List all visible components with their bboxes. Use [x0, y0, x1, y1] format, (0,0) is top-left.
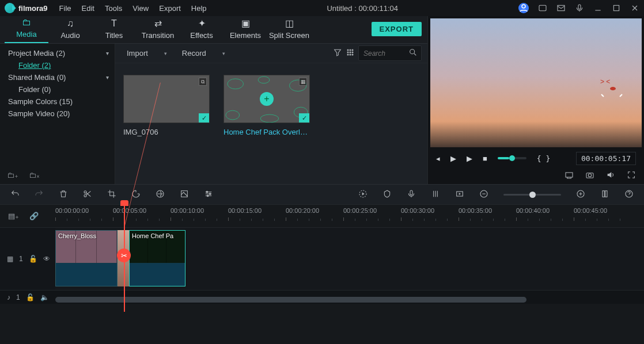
- timeline-clip[interactable]: Cherry_Bloss: [55, 230, 118, 286]
- tab-media[interactable]: 🗀Media: [5, 15, 48, 43]
- timeline-clip[interactable]: Home Chef Pa: [129, 230, 185, 286]
- timeline-ruler[interactable]: 00:00:00:0000:00:05:0000:00:10:0000:00:1…: [55, 205, 644, 227]
- ruler-tick: 00:00:20:00: [286, 207, 319, 214]
- media-item[interactable]: ⧉ ✓ IMG_0706: [123, 75, 210, 136]
- menu-file[interactable]: File: [59, 4, 71, 13]
- menu-help[interactable]: Help: [191, 4, 207, 13]
- lock-icon[interactable]: 🔓: [26, 293, 35, 301]
- video-track: ▦ 1 🔓 👁 ✂ Cherry_BlossHome Chef Pa: [0, 228, 644, 290]
- library-panel: 🗀Media ♫Audio TTitles ⇄Transition ✦Effec…: [0, 16, 427, 184]
- tree-sample-video[interactable]: Sample Video (20): [0, 108, 115, 120]
- svg-rect-3: [578, 5, 581, 9]
- volume-icon[interactable]: [606, 170, 615, 181]
- zoom-fit-icon[interactable]: [600, 189, 609, 200]
- filter-icon[interactable]: [333, 48, 342, 59]
- quality-icon[interactable]: [565, 170, 574, 181]
- tree-folder-selected[interactable]: Folder (2): [0, 59, 115, 71]
- tab-split-screen[interactable]: ◫Split Screen: [267, 16, 311, 43]
- zoom-in-icon[interactable]: [576, 189, 585, 200]
- tree-sample-colors[interactable]: Sample Colors (15): [0, 95, 115, 108]
- volume-slider[interactable]: [498, 157, 526, 159]
- document-title: Untitled : 00:00:11:04: [207, 4, 518, 13]
- music-note-icon: ♫: [67, 18, 74, 29]
- marker-icon[interactable]: [382, 189, 392, 200]
- zoom-out-icon[interactable]: [479, 189, 488, 200]
- window-close-icon[interactable]: [630, 3, 639, 13]
- used-check-icon: ✓: [199, 113, 209, 123]
- media-item[interactable]: ▦ + ✓ Home Chef Pack Overl…: [223, 75, 310, 136]
- timeline-scrollbar[interactable]: [55, 297, 644, 303]
- tab-audio[interactable]: ♫Audio: [48, 16, 92, 43]
- svg-point-6: [350, 49, 351, 51]
- track-header[interactable]: ▦ 1 🔓 👁: [0, 228, 55, 290]
- snapshot-icon[interactable]: [585, 170, 594, 181]
- tab-effects[interactable]: ✦Effects: [180, 16, 223, 43]
- add-overlay-icon[interactable]: +: [260, 92, 274, 106]
- tree-shared-media[interactable]: Shared Media (0)▾: [0, 71, 115, 83]
- ruler-tick: 00:00:15:00: [228, 207, 262, 214]
- tab-transition[interactable]: ⇄Transition: [136, 16, 180, 43]
- tab-elements[interactable]: ▣Elements: [223, 16, 267, 43]
- split-clip-icon[interactable]: [83, 189, 92, 200]
- prev-frame-icon[interactable]: ◂: [436, 154, 440, 163]
- undo-icon[interactable]: [10, 189, 20, 200]
- eye-icon[interactable]: 👁: [43, 255, 50, 263]
- delete-icon[interactable]: [59, 189, 68, 200]
- search-icon[interactable]: [408, 48, 418, 59]
- markers-label[interactable]: { }: [537, 154, 550, 163]
- menu-view[interactable]: View: [132, 4, 149, 13]
- render-icon[interactable]: [358, 189, 368, 200]
- mic-icon[interactable]: [575, 3, 584, 13]
- lock-icon[interactable]: 🔓: [29, 255, 37, 263]
- window-maximize-icon[interactable]: [612, 3, 621, 13]
- menu-tools[interactable]: Tools: [105, 4, 122, 13]
- tree-project-media[interactable]: Project Media (2)▾: [0, 47, 115, 59]
- stop-icon[interactable]: ■: [483, 154, 487, 163]
- audio-lane[interactable]: [55, 291, 644, 304]
- export-button[interactable]: EXPORT: [372, 22, 422, 36]
- play-icon[interactable]: ▶: [450, 154, 456, 163]
- audio-mixer-icon[interactable]: [431, 189, 440, 200]
- video-lane[interactable]: ✂ Cherry_BlossHome Chef Pa: [55, 228, 644, 290]
- tab-titles[interactable]: TTitles: [92, 16, 136, 43]
- mute-icon[interactable]: 🔈: [40, 293, 49, 301]
- crop-icon[interactable]: [107, 189, 116, 200]
- help-icon[interactable]: [624, 189, 634, 200]
- export-frame-icon[interactable]: [455, 189, 464, 200]
- preview-viewport[interactable]: > <: [430, 18, 642, 147]
- delete-folder-icon[interactable]: 🗀ₓ: [29, 171, 40, 179]
- track-header[interactable]: ♪ 1 🔓 🔈: [0, 291, 55, 304]
- adjust-icon[interactable]: [204, 189, 213, 200]
- zoom-slider[interactable]: [503, 194, 561, 196]
- svg-point-22: [610, 87, 616, 90]
- redo-icon[interactable]: [35, 189, 44, 200]
- ruler-tick: 00:00:30:00: [401, 207, 434, 214]
- play-forward-icon[interactable]: ▶: [467, 154, 472, 163]
- user-avatar-icon[interactable]: [518, 3, 529, 13]
- svg-point-9: [350, 52, 351, 53]
- voiceover-icon[interactable]: [407, 189, 416, 200]
- record-dropdown[interactable]: Record▾: [176, 47, 231, 60]
- fullscreen-icon[interactable]: [627, 170, 636, 181]
- manage-tracks-icon[interactable]: ▤₊: [8, 212, 19, 220]
- timeline-ruler-row: ▤₊ 🔗 00:00:00:0000:00:05:0000:00:10:0000…: [0, 205, 644, 228]
- overlay-graphic: > <: [596, 76, 630, 99]
- grid-view-icon[interactable]: [346, 48, 355, 59]
- search-field[interactable]: [358, 45, 422, 61]
- search-input[interactable]: [363, 49, 404, 58]
- cut-button[interactable]: ✂: [117, 249, 131, 262]
- green-screen-icon[interactable]: [180, 189, 189, 200]
- menu-export[interactable]: Export: [159, 4, 181, 13]
- menu-edit[interactable]: Edit: [82, 4, 94, 13]
- new-folder-icon[interactable]: 🗀₊: [7, 171, 18, 179]
- color-icon[interactable]: [156, 189, 165, 200]
- tree-folder[interactable]: Folder (0): [0, 83, 115, 95]
- chevron-down-icon: ▾: [106, 74, 109, 81]
- window-minimize-icon[interactable]: [593, 3, 603, 13]
- mail-icon[interactable]: [556, 3, 566, 13]
- chevron-down-icon: ▾: [222, 51, 225, 56]
- import-dropdown[interactable]: Import▾: [121, 47, 173, 60]
- link-icon[interactable]: 🔗: [29, 212, 39, 220]
- messages-icon[interactable]: [538, 3, 547, 13]
- ruler-tick: 00:00:10:00: [171, 207, 204, 214]
